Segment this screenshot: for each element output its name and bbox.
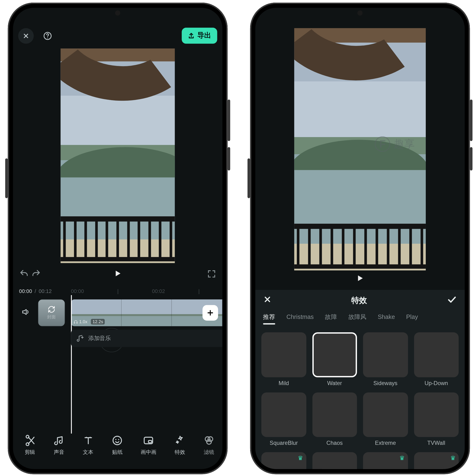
effect-thumb (261, 332, 306, 377)
effect-label: Chaos (326, 440, 343, 446)
tab-故障[interactable]: 故障 (325, 313, 337, 324)
effect-thumb (363, 392, 408, 437)
add-clip-button[interactable] (203, 305, 218, 321)
effect-item[interactable]: ♛ (261, 452, 306, 469)
time-current: 00:00 (19, 288, 32, 294)
tab-christmas[interactable]: Christmas (287, 313, 314, 324)
video-track: 封面 1.0x 12.2s (19, 299, 222, 326)
svg-point-6 (118, 439, 119, 440)
tool-label: 特效 (175, 448, 185, 456)
effect-thumb (261, 392, 306, 437)
tool-text[interactable]: 文本 (83, 435, 94, 456)
svg-point-5 (115, 439, 116, 440)
fullscreen-button[interactable] (207, 269, 216, 280)
svg-rect-8 (149, 440, 152, 443)
tool-label: 文本 (83, 448, 93, 456)
panel-confirm-button[interactable] (446, 294, 457, 306)
transport-bar (19, 266, 216, 284)
tool-pip[interactable]: 画中画 (141, 435, 156, 456)
filter-icon (203, 435, 214, 446)
tool-fx[interactable]: 特效 (174, 435, 186, 456)
close-button[interactable] (18, 28, 34, 43)
effect-water[interactable]: Water (312, 332, 357, 386)
redo-button[interactable] (31, 269, 41, 281)
add-music-row[interactable]: 添加音乐 (71, 330, 222, 347)
effect-sideways[interactable]: Sideways (363, 332, 408, 386)
effect-label: SquareBlur (270, 440, 298, 446)
tab-shake[interactable]: Shake (378, 313, 395, 324)
effect-label: Extreme (375, 440, 396, 446)
effect-thumb: ♛ (414, 452, 459, 469)
play-button[interactable] (355, 273, 365, 286)
svg-point-11 (206, 439, 211, 444)
mute-button[interactable] (19, 307, 32, 318)
playhead[interactable] (71, 295, 72, 434)
effect-thumb (414, 332, 459, 377)
effect-label: Mild (278, 380, 289, 386)
bottom-toolbar: 剪辑声音文本贴纸画中画特效滤镜 (13, 429, 222, 461)
tab-推荐[interactable]: 推荐 (263, 313, 275, 324)
video-preview (13, 48, 222, 264)
effects-tabs: 推荐Christmas故障故障风ShakePlay (255, 311, 465, 329)
effect-label: TVWall (427, 440, 445, 446)
phone-frame-left: 导出 (8, 3, 228, 474)
panel-title: 特效 (351, 295, 367, 306)
tab-play[interactable]: Play (406, 313, 418, 324)
tool-sticker[interactable]: 贴纸 (112, 435, 123, 456)
tool-audio[interactable]: 声音 (53, 435, 65, 456)
tab-故障风[interactable]: 故障风 (348, 313, 367, 324)
premium-icon: ♛ (398, 454, 406, 462)
audio-icon (53, 435, 65, 446)
help-button[interactable] (40, 28, 55, 43)
tool-label: 剪辑 (25, 448, 35, 456)
effect-item[interactable] (312, 452, 357, 469)
effect-mild[interactable]: Mild (261, 332, 306, 386)
time-ruler[interactable]: 00:00 / 00:12 00:00| 00:02| (19, 288, 216, 294)
svg-rect-2 (74, 322, 75, 323)
export-icon (188, 32, 195, 39)
effect-thumb (312, 332, 357, 377)
effects-grid: MildWaterSidewaysUp-DownSquareBlurChaosE… (255, 329, 465, 469)
premium-icon: ♛ (449, 454, 457, 462)
effect-squareblur[interactable]: SquareBlur (261, 392, 306, 446)
tool-label: 贴纸 (112, 448, 122, 456)
time-total: 00:12 (38, 288, 52, 294)
svg-point-1 (47, 37, 48, 38)
pip-icon (143, 435, 154, 446)
effect-up-down[interactable]: Up-Down (414, 332, 459, 386)
effect-tvwall[interactable]: TVWall (414, 392, 459, 446)
clip-duration: 12.2s (91, 319, 105, 325)
effect-thumb (312, 452, 357, 469)
cover-thumb[interactable]: 封面 (38, 299, 65, 326)
editor-screen: 导出 (13, 8, 222, 469)
effect-item[interactable]: ♛ (414, 452, 459, 469)
export-button[interactable]: 导出 (182, 28, 217, 44)
panel-close-button[interactable] (263, 295, 272, 306)
tool-cut[interactable]: 剪辑 (24, 435, 35, 456)
undo-button[interactable] (19, 269, 30, 281)
play-button[interactable] (113, 269, 122, 281)
clip-speed: 1.0x (79, 319, 87, 324)
effect-chaos[interactable]: Chaos (312, 392, 357, 446)
tool-filter[interactable]: 滤镜 (203, 435, 214, 456)
export-label: 导出 (197, 31, 211, 40)
svg-point-4 (113, 436, 121, 444)
effects-panel: 特效 推荐Christmas故障故障风ShakePlay MildWaterSi… (255, 290, 465, 469)
video-preview: F 趣享 (255, 28, 465, 271)
refresh-icon (48, 306, 55, 313)
sticker-icon (112, 435, 123, 446)
cover-label: 封面 (47, 314, 56, 320)
tool-label: 声音 (54, 448, 64, 456)
preview-watermark: F 趣享 (374, 136, 414, 152)
tool-label: 滤镜 (204, 448, 214, 456)
top-bar: 导出 (18, 28, 217, 44)
premium-icon: ♛ (297, 454, 305, 462)
effect-label: Sideways (374, 380, 397, 386)
effect-label: Water (327, 380, 342, 386)
effect-thumb (363, 332, 408, 377)
effect-extreme[interactable]: Extreme (363, 392, 408, 446)
video-clip[interactable]: 1.0x 12.2s (71, 299, 222, 326)
effect-item[interactable]: ♛ (363, 452, 408, 469)
fx-icon (174, 435, 186, 446)
effect-thumb (414, 392, 459, 437)
